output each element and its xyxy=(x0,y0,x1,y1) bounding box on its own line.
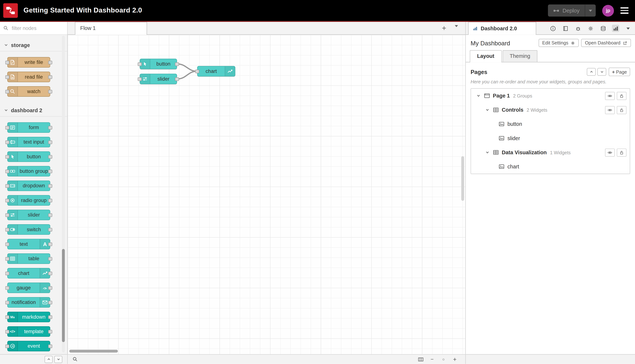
palette-category-storage[interactable]: storage xyxy=(0,39,67,52)
chevron-down-icon[interactable] xyxy=(485,150,490,155)
node-output-port[interactable] xyxy=(48,184,52,188)
deploy-options-button[interactable] xyxy=(585,4,596,16)
node-output-port[interactable] xyxy=(48,126,52,130)
config-tab-button[interactable] xyxy=(587,24,594,32)
node-input-port[interactable] xyxy=(5,315,9,319)
open-dashboard-button[interactable]: Open Dashboard xyxy=(581,39,631,47)
add-page-button[interactable]: + Page xyxy=(609,68,630,76)
node-output-port[interactable] xyxy=(48,301,52,304)
node-output-port[interactable] xyxy=(48,170,52,173)
chevron-down-icon[interactable] xyxy=(485,108,490,112)
node-input-port[interactable] xyxy=(5,242,9,246)
main-menu-button[interactable] xyxy=(620,7,628,14)
node-output-port[interactable] xyxy=(48,214,52,217)
node-output-port[interactable] xyxy=(48,330,52,334)
edit-settings-button[interactable]: Edit Settings xyxy=(538,39,579,47)
node-input-port[interactable] xyxy=(5,170,9,173)
tree-row-widget-chart[interactable]: chart xyxy=(471,160,630,174)
avatar[interactable]: jp xyxy=(602,4,614,16)
toggle-navigator-button[interactable] xyxy=(417,356,424,362)
palette-node-template[interactable]: </> template xyxy=(7,326,50,337)
info-tab-button[interactable] xyxy=(549,24,556,32)
node-output-port[interactable] xyxy=(48,61,52,64)
node-output-port[interactable] xyxy=(48,228,52,232)
search-flows-button[interactable] xyxy=(72,357,78,362)
visibility-button[interactable] xyxy=(605,92,615,100)
palette-scrollbar-thumb[interactable] xyxy=(62,249,65,342)
node-input-port[interactable] xyxy=(138,62,142,66)
canvas-vertical-scrollbar[interactable] xyxy=(461,156,464,201)
node-input-port[interactable] xyxy=(5,214,9,217)
tree-row-controls[interactable]: Controls 2 Widgets xyxy=(471,103,630,117)
expand-all-button[interactable] xyxy=(597,68,606,76)
canvas-node-chart[interactable]: chart xyxy=(197,66,235,76)
tree-row-data-visualization[interactable]: Data Visualization 1 Widgets xyxy=(471,145,630,160)
node-input-port[interactable] xyxy=(5,199,9,202)
canvas-node-slider[interactable]: slider xyxy=(140,74,177,84)
canvas-node-button[interactable]: button xyxy=(140,59,177,69)
node-input-port[interactable] xyxy=(5,330,9,334)
palette-node-text[interactable]: A text xyxy=(7,239,50,249)
node-input-port[interactable] xyxy=(5,140,9,144)
node-input-port[interactable] xyxy=(5,228,9,232)
palette-node-form[interactable]: form xyxy=(7,122,50,133)
filter-nodes-input[interactable] xyxy=(11,25,58,32)
node-output-port[interactable] xyxy=(175,62,179,66)
palette-node-event[interactable]: event xyxy=(7,341,50,351)
wire-slider-chart[interactable] xyxy=(177,71,197,79)
node-input-port[interactable] xyxy=(5,184,9,188)
node-output-port[interactable] xyxy=(48,155,52,159)
wire-button-chart[interactable] xyxy=(177,64,197,71)
node-input-port[interactable] xyxy=(5,257,9,261)
palette-node-chart[interactable]: chart xyxy=(7,268,50,278)
add-flow-button[interactable] xyxy=(441,25,447,32)
palette-collapse-all-button[interactable] xyxy=(45,356,53,363)
node-output-port[interactable] xyxy=(48,75,52,79)
sidebar-more-button[interactable] xyxy=(624,24,632,32)
palette-node-switch[interactable]: switch xyxy=(7,224,50,235)
tree-row-widget-button[interactable]: button xyxy=(471,117,630,131)
context-tab-button[interactable] xyxy=(599,24,607,32)
node-input-port[interactable] xyxy=(5,126,9,130)
node-input-port[interactable] xyxy=(5,286,9,290)
palette-node-markdown[interactable]: M markdown xyxy=(7,312,50,322)
node-output-port[interactable] xyxy=(48,344,52,348)
node-output-port[interactable] xyxy=(48,140,52,144)
collapse-all-button[interactable] xyxy=(587,68,596,76)
node-input-port[interactable] xyxy=(5,61,9,64)
palette-node-dropdown[interactable]: dropdown xyxy=(7,180,50,191)
help-tab-button[interactable] xyxy=(562,24,569,32)
palette-expand-all-button[interactable] xyxy=(54,356,62,363)
node-input-port[interactable] xyxy=(138,77,142,81)
node-input-port[interactable] xyxy=(5,75,9,79)
node-input-port[interactable] xyxy=(5,344,9,348)
palette-node-write-file[interactable]: write file xyxy=(7,57,50,68)
zoom-reset-button[interactable]: ○ xyxy=(440,357,447,361)
palette-node-button-group[interactable]: button group xyxy=(7,166,50,176)
tab-theming[interactable]: Theming xyxy=(502,50,537,62)
node-input-port[interactable] xyxy=(195,70,199,73)
node-input-port[interactable] xyxy=(5,301,9,304)
node-output-port[interactable] xyxy=(48,272,52,275)
tree-row-page-1[interactable]: Page 1 2 Groups xyxy=(471,89,630,103)
node-input-port[interactable] xyxy=(5,90,9,94)
node-output-port[interactable] xyxy=(48,90,52,94)
palette-node-text-input[interactable]: text input xyxy=(7,137,50,147)
node-input-port[interactable] xyxy=(5,155,9,159)
palette-node-gauge[interactable]: gauge xyxy=(7,282,50,293)
lock-button[interactable] xyxy=(617,148,626,156)
node-output-port[interactable] xyxy=(48,242,52,246)
dashboard-tab-button[interactable] xyxy=(612,24,619,32)
palette-node-slider[interactable]: slider xyxy=(7,210,50,220)
tab-layout[interactable]: Layout xyxy=(470,50,502,62)
zoom-out-button[interactable]: − xyxy=(429,357,435,362)
debug-tab-button[interactable] xyxy=(574,24,581,32)
node-output-port[interactable] xyxy=(48,257,52,261)
node-output-port[interactable] xyxy=(48,315,52,319)
visibility-button[interactable] xyxy=(605,148,615,156)
tree-row-widget-slider[interactable]: slider xyxy=(471,131,630,145)
palette-node-watch[interactable]: watch xyxy=(7,86,50,96)
node-output-port[interactable] xyxy=(48,286,52,290)
palette-node-button[interactable]: button xyxy=(7,151,50,162)
palette-search[interactable] xyxy=(0,22,67,35)
